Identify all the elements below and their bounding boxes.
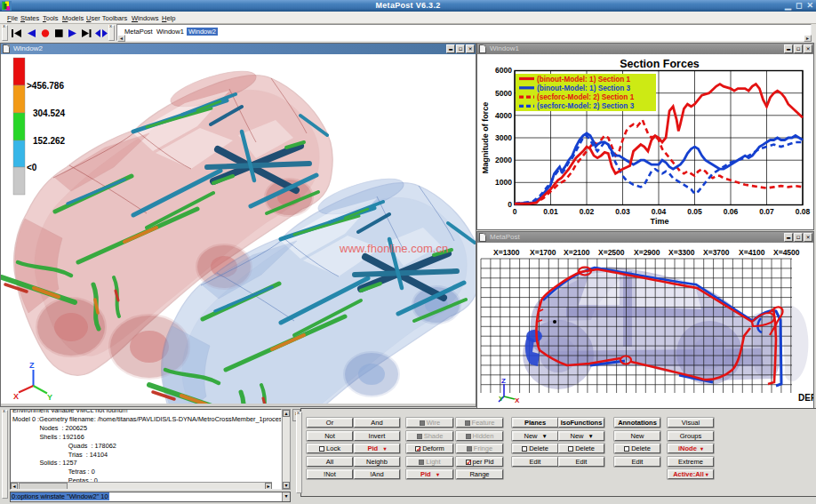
- svg-text:4000: 4000: [495, 111, 512, 120]
- svg-text:0: 0: [513, 207, 517, 216]
- svg-text:X=1300: X=1300: [493, 248, 520, 257]
- svg-text:Magnitude of force: Magnitude of force: [481, 102, 490, 174]
- svg-text:(secforc-Model: 2) Section 3: (secforc-Model: 2) Section 3: [537, 102, 635, 110]
- svg-text:Section Forces: Section Forces: [620, 58, 700, 70]
- svg-text:6000: 6000: [495, 66, 512, 75]
- svg-text:X=4100: X=4100: [739, 248, 765, 257]
- svg-text:0.05: 0.05: [687, 207, 702, 216]
- svg-text:0.03: 0.03: [615, 207, 630, 216]
- svg-text:0.04: 0.04: [652, 207, 667, 216]
- svg-text:X: X: [13, 392, 19, 401]
- svg-text:0.06: 0.06: [724, 207, 739, 216]
- svg-text:0.02: 0.02: [580, 207, 595, 216]
- svg-text:X=2500: X=2500: [598, 248, 625, 257]
- svg-text:DEF: DEF: [798, 393, 813, 403]
- svg-text:Y: Y: [499, 395, 504, 403]
- svg-text:X=3700: X=3700: [703, 248, 730, 257]
- svg-text:(secforc-Model: 2) Section 1: (secforc-Model: 2) Section 1: [537, 93, 635, 101]
- svg-text:152.262: 152.262: [33, 136, 66, 146]
- svg-text:X=1700: X=1700: [530, 248, 556, 257]
- svg-text:Y: Y: [47, 393, 52, 402]
- svg-text:0.01: 0.01: [543, 207, 558, 216]
- svg-text:(binout-Model: 1) Section 3: (binout-Model: 1) Section 3: [537, 84, 631, 92]
- svg-text:X=2900: X=2900: [634, 248, 660, 257]
- svg-text:www.fhonline.com.cn: www.fhonline.com.cn: [339, 242, 448, 255]
- svg-text:0: 0: [508, 200, 512, 209]
- svg-text:304.524: 304.524: [33, 108, 66, 118]
- svg-text:3000: 3000: [495, 133, 512, 142]
- svg-text:Time: Time: [651, 217, 669, 226]
- svg-text:0.07: 0.07: [759, 207, 774, 216]
- svg-text:5000: 5000: [495, 89, 512, 98]
- svg-text:1000: 1000: [495, 178, 512, 187]
- svg-text:X=2100: X=2100: [564, 248, 590, 257]
- svg-text:0.08: 0.08: [796, 207, 811, 216]
- svg-text:>456.786: >456.786: [27, 81, 64, 91]
- svg-text:(binout-Model: 1) Section 1: (binout-Model: 1) Section 1: [537, 76, 631, 84]
- svg-text:Z: Z: [501, 377, 506, 385]
- svg-text:X: X: [515, 396, 520, 404]
- svg-text:Z: Z: [29, 361, 35, 370]
- svg-text:X=4500: X=4500: [773, 248, 800, 257]
- svg-text:<0: <0: [27, 163, 37, 172]
- svg-text:X=3300: X=3300: [668, 248, 695, 257]
- svg-text:2000: 2000: [495, 156, 512, 164]
